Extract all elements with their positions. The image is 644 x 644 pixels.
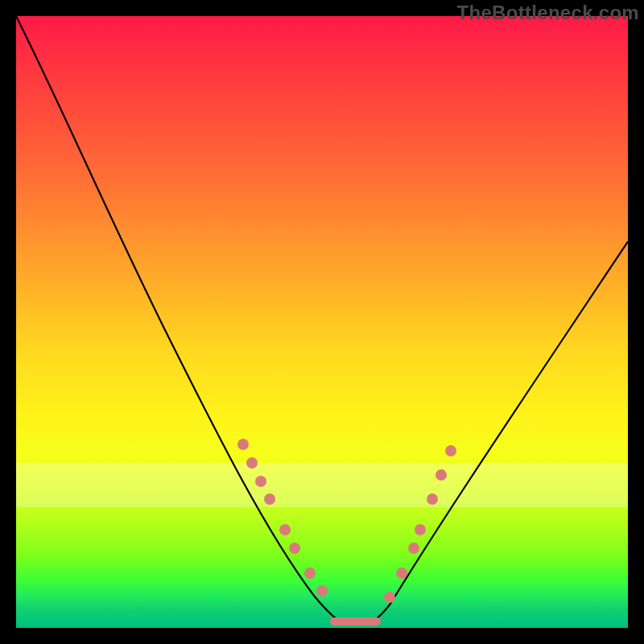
svg-point-6 bbox=[304, 568, 316, 579]
left-marker-group bbox=[237, 439, 328, 597]
svg-point-9 bbox=[396, 568, 407, 579]
chart-frame: TheBottleneck.com bbox=[0, 0, 644, 644]
svg-point-1 bbox=[246, 457, 258, 469]
svg-point-8 bbox=[384, 592, 395, 603]
svg-point-10 bbox=[408, 543, 419, 554]
right-marker-group bbox=[384, 445, 456, 603]
svg-point-14 bbox=[445, 445, 456, 456]
svg-point-5 bbox=[289, 543, 300, 554]
svg-point-2 bbox=[255, 476, 266, 487]
curve-path bbox=[16, 16, 628, 625]
svg-point-4 bbox=[279, 524, 291, 535]
bottleneck-curve bbox=[16, 16, 628, 628]
svg-point-3 bbox=[264, 493, 275, 505]
svg-point-0 bbox=[237, 439, 249, 450]
svg-point-11 bbox=[415, 524, 426, 535]
attribution-text: TheBottleneck.com bbox=[457, 2, 639, 24]
svg-point-7 bbox=[316, 585, 328, 597]
svg-point-13 bbox=[436, 469, 447, 481]
svg-point-12 bbox=[427, 493, 438, 505]
plot-area bbox=[16, 16, 628, 628]
